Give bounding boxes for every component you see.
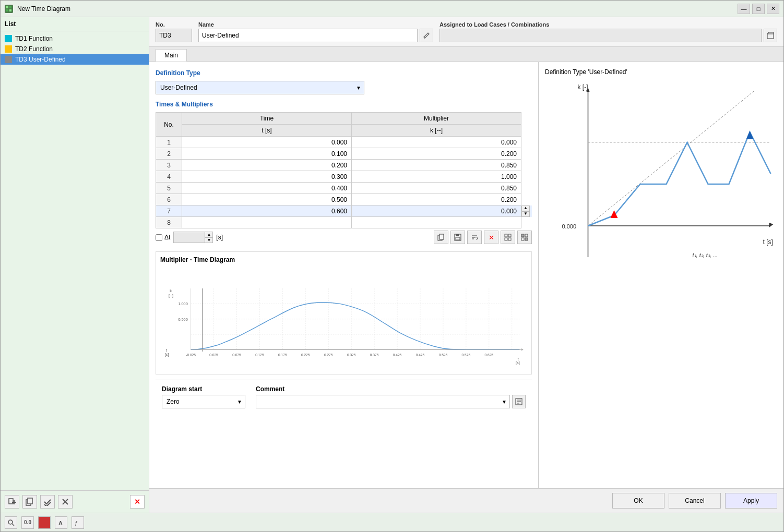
svg-rect-26 <box>525 234 528 237</box>
spinner-down[interactable]: ▼ <box>521 211 530 217</box>
color-status-button[interactable] <box>38 516 51 529</box>
delta-t-down[interactable]: ▼ <box>205 237 213 243</box>
comment-edit-button[interactable] <box>512 395 526 408</box>
maximize-button[interactable]: □ <box>752 4 765 14</box>
list-item-selected[interactable]: TD3 User-Defined <box>1 54 149 65</box>
time-cell[interactable] <box>182 183 352 194</box>
cancel-button[interactable]: Cancel <box>669 493 721 509</box>
mult-input[interactable] <box>356 208 517 215</box>
mult-input[interactable] <box>356 173 517 180</box>
function-status-button[interactable]: ƒ <box>72 516 84 529</box>
number-status-button[interactable]: 0.0 <box>21 516 34 529</box>
table-row: 8 <box>156 217 532 228</box>
svg-line-85 <box>588 90 755 226</box>
name-edit-button[interactable] <box>420 29 433 42</box>
time-input[interactable] <box>186 219 347 226</box>
svg-text:-0.025: -0.025 <box>186 353 196 357</box>
text-status-button[interactable]: A <box>55 516 67 529</box>
spinner-up[interactable]: ▲ <box>521 205 530 211</box>
time-cell[interactable] <box>182 137 352 148</box>
list-item-label: TD1 Function <box>15 35 53 42</box>
chart-container: 1.000 0.500 k [--] <box>160 265 527 370</box>
mult-cell[interactable] <box>352 148 521 160</box>
assigned-browse-button[interactable] <box>764 29 777 42</box>
td2-icon <box>5 45 12 53</box>
mult-input[interactable] <box>356 185 517 192</box>
time-input[interactable] <box>186 196 347 203</box>
copy-item-button[interactable] <box>22 495 37 509</box>
comment-select[interactable] <box>256 395 510 408</box>
delete-item-button[interactable]: ✕ <box>130 495 145 509</box>
search-status-button[interactable] <box>5 516 17 529</box>
list-item[interactable]: TD2 Function <box>1 44 149 54</box>
uncheck-all-button[interactable] <box>58 495 73 509</box>
grid-button2[interactable] <box>517 231 532 244</box>
delta-t-input[interactable] <box>173 232 205 243</box>
dialog-footer: OK Cancel Apply <box>149 488 783 513</box>
new-item-button[interactable] <box>5 495 19 509</box>
time-cell[interactable] <box>182 171 352 183</box>
assigned-input-row <box>439 29 777 42</box>
col-no-header: No. <box>156 113 182 137</box>
mult-input[interactable] <box>356 150 517 158</box>
apply-button[interactable]: Apply <box>725 493 777 509</box>
mult-input[interactable] <box>356 219 517 226</box>
definition-type-dropdown-container: User-Defined Function ▼ <box>156 81 364 94</box>
list-item-label: TD2 Function <box>15 45 53 53</box>
copy-row-button[interactable] <box>434 231 448 244</box>
time-cell[interactable] <box>182 148 352 160</box>
delta-t-unit: [s] <box>216 234 223 241</box>
assigned-label: Assigned to Load Cases / Combinations <box>439 21 777 28</box>
sort-button[interactable] <box>467 231 482 244</box>
name-input[interactable] <box>198 29 418 42</box>
time-input[interactable] <box>186 208 347 215</box>
comment-label: Comment <box>256 385 526 393</box>
comment-input-row: ▼ <box>256 395 526 408</box>
row-action <box>521 171 532 183</box>
mult-input[interactable] <box>356 162 517 169</box>
svg-text:ƒ: ƒ <box>75 520 78 526</box>
mult-input[interactable] <box>356 196 517 203</box>
save-button[interactable] <box>450 231 465 244</box>
mult-cell[interactable] <box>352 160 521 171</box>
time-cell[interactable] <box>182 205 352 217</box>
check-all-button[interactable] <box>40 495 55 509</box>
no-input[interactable] <box>156 29 192 42</box>
time-input[interactable] <box>186 139 347 146</box>
mult-cell[interactable] <box>352 217 521 228</box>
list-item[interactable]: TD1 Function <box>1 33 149 44</box>
times-multipliers-header: Times & Multipliers <box>156 100 532 109</box>
minimize-button[interactable]: — <box>738 4 750 14</box>
table-row: 3 <box>156 160 532 171</box>
mult-cell[interactable] <box>352 183 521 194</box>
delta-t-checkbox[interactable] <box>156 234 162 241</box>
assigned-input[interactable] <box>439 29 762 42</box>
mult-cell[interactable] <box>352 137 521 148</box>
mult-cell[interactable] <box>352 171 521 183</box>
delta-t-up[interactable]: ▲ <box>205 232 213 237</box>
mult-cell[interactable] <box>352 205 521 217</box>
time-cell[interactable] <box>182 217 352 228</box>
ok-button[interactable]: OK <box>612 493 664 509</box>
tab-main[interactable]: Main <box>156 49 187 62</box>
time-input[interactable] <box>186 162 347 169</box>
time-input[interactable] <box>186 173 347 180</box>
mult-input[interactable] <box>356 139 517 146</box>
diagram-start-select[interactable]: Zero Linear <box>162 395 245 408</box>
table-row-selected: 7 ▲ ▼ <box>156 205 532 217</box>
time-input[interactable] <box>186 185 347 192</box>
time-input[interactable] <box>186 150 347 158</box>
tab-bar: Main <box>149 47 783 62</box>
time-cell[interactable] <box>182 194 352 205</box>
grid-button1[interactable] <box>501 231 515 244</box>
svg-rect-1 <box>9 6 11 8</box>
delete-row-button[interactable]: ✕ <box>484 231 498 244</box>
time-cell[interactable] <box>182 160 352 171</box>
mult-cell[interactable] <box>352 194 521 205</box>
window-title: New Time Diagram <box>17 5 738 13</box>
close-button[interactable]: ✕ <box>767 4 779 14</box>
name-label: Name <box>198 21 433 28</box>
col-empty <box>521 113 532 125</box>
times-multipliers-table: No. Time Multiplier t [s] k [--] <box>156 112 532 228</box>
definition-type-select[interactable]: User-Defined Function <box>156 81 364 94</box>
